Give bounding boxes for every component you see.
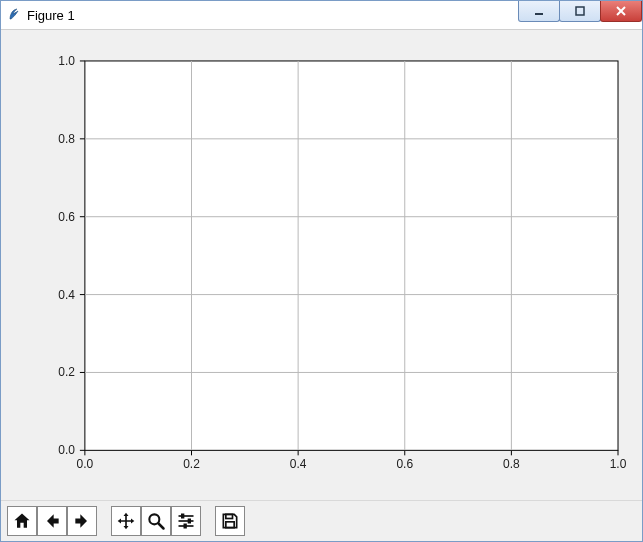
y-tick-label: 0.6 [58, 210, 75, 224]
y-tick-label: 0.0 [58, 443, 75, 457]
axes-background [85, 61, 618, 450]
x-tick: 1.0 [610, 450, 627, 471]
y-tick-label: 0.2 [58, 365, 75, 379]
x-tick-label: 0.6 [396, 457, 413, 471]
y-tick: 0.8 [58, 132, 85, 146]
x-tick-label: 0.0 [77, 457, 94, 471]
close-button[interactable] [600, 1, 642, 22]
svg-rect-33 [226, 522, 234, 528]
svg-rect-29 [188, 519, 191, 524]
y-tick: 0.2 [58, 365, 85, 379]
x-tick-label: 0.2 [183, 457, 200, 471]
y-tick: 1.0 [58, 54, 85, 68]
back-button[interactable] [37, 506, 67, 536]
titlebar: Figure 1 [1, 1, 642, 30]
x-tick: 0.6 [396, 450, 413, 471]
y-tick: 0.0 [58, 443, 85, 457]
home-button[interactable] [7, 506, 37, 536]
x-tick: 0.4 [290, 450, 307, 471]
x-tick: 0.0 [77, 450, 94, 471]
arrow-left-icon [42, 511, 62, 531]
tk-feather-icon [7, 7, 21, 24]
window-controls [519, 1, 642, 29]
y-tick-label: 0.8 [58, 132, 75, 146]
configure-button[interactable] [171, 506, 201, 536]
nav-toolbar [1, 500, 642, 541]
forward-button[interactable] [67, 506, 97, 536]
x-tick: 0.2 [183, 450, 200, 471]
y-tick: 0.6 [58, 210, 85, 224]
x-tick-label: 0.8 [503, 457, 520, 471]
svg-rect-27 [181, 514, 184, 519]
save-button[interactable] [215, 506, 245, 536]
zoom-button[interactable] [141, 506, 171, 536]
plot-canvas[interactable]: 0.00.20.40.60.81.00.00.20.40.60.81.0 [7, 36, 636, 495]
arrow-right-icon [72, 511, 92, 531]
save-icon [220, 511, 240, 531]
x-tick: 0.8 [503, 450, 520, 471]
maximize-button[interactable] [559, 1, 601, 22]
y-tick-label: 1.0 [58, 54, 75, 68]
sliders-icon [176, 511, 196, 531]
y-tick-label: 0.4 [58, 288, 75, 302]
svg-line-25 [159, 524, 164, 529]
home-icon [12, 511, 32, 531]
x-tick-label: 0.4 [290, 457, 307, 471]
move-icon [116, 511, 136, 531]
magnifier-icon [146, 511, 166, 531]
x-tick-label: 1.0 [610, 457, 627, 471]
svg-rect-1 [576, 7, 584, 15]
y-tick: 0.4 [58, 288, 85, 302]
window-title: Figure 1 [27, 8, 75, 23]
app-window: Figure 1 0.00.20.40.60.81.00.00.20.40.60… [0, 0, 643, 542]
svg-rect-32 [226, 514, 233, 518]
figure-canvas-area: 0.00.20.40.60.81.00.00.20.40.60.81.0 [1, 30, 642, 500]
pan-button[interactable] [111, 506, 141, 536]
svg-rect-31 [184, 524, 187, 529]
minimize-button[interactable] [518, 1, 560, 22]
